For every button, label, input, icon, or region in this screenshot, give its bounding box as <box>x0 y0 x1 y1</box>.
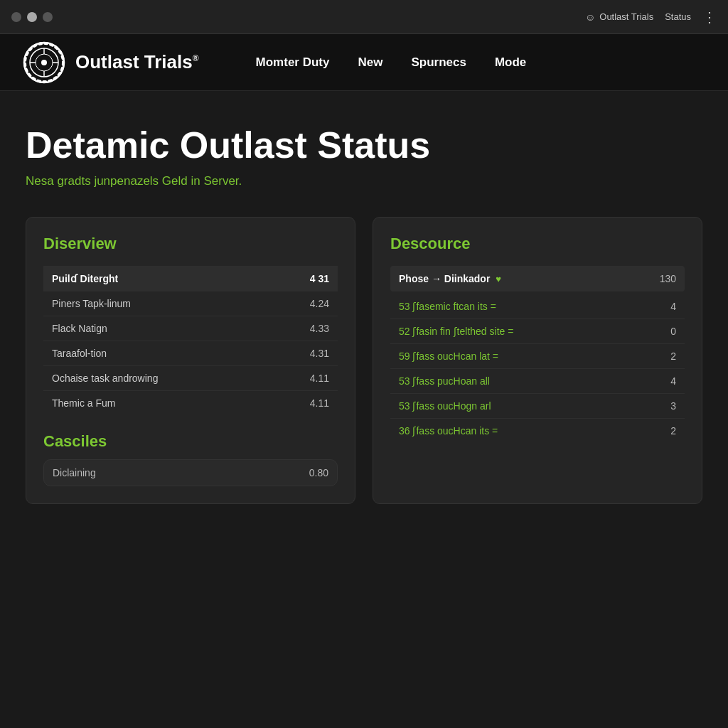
resource-row-text: 53 ʃfasemic ftcan its = <box>399 301 665 312</box>
row-value: 4.11 <box>271 391 338 416</box>
nav-links: Momter Duty New Spurnecs Mode <box>256 55 527 70</box>
resource-card: Descource Phose → Diinkador ♥ 130 53 ʃfa… <box>373 217 702 504</box>
traffic-light-maximize[interactable] <box>43 12 53 22</box>
table-row: Taraafol-tion 4.31 <box>43 341 338 366</box>
resource-row-text: 36 ʃfass oucHcan its = <box>399 425 665 437</box>
brand: Outlast Trials® <box>23 41 199 84</box>
overview-col2-header: 4 31 <box>271 266 338 291</box>
resource-header-icon: ♥ <box>496 274 501 284</box>
row-value: 4.31 <box>271 341 338 366</box>
resource-row-text: 53 ʃfass oucHogn arl <box>399 400 665 412</box>
resource-header-label: Phose → Diinkador <box>399 273 490 284</box>
resource-row: 59 ʃfass oucHcan lat = 2 <box>390 344 685 369</box>
casciles-table: Diclaining 0.80 <box>43 459 338 486</box>
dots-icon[interactable]: ⋮ <box>702 9 717 26</box>
resource-row-text: 53 ʃfass pucHoan all <box>399 375 665 387</box>
resource-row-val: 4 <box>670 375 676 387</box>
resource-row: 53 ʃfass oucHogn arl 3 <box>390 394 685 419</box>
table-row: Piners Tapk-linum 4.24 <box>43 291 338 316</box>
row-label: Taraafol-tion <box>43 341 271 366</box>
title-bar: ☺ Outlast Trials Status ⋮ <box>0 0 728 34</box>
resource-row: 53 ʃfasemic ftcan its = 4 <box>390 294 685 319</box>
row-value: 4.33 <box>271 316 338 341</box>
casciles-row: Diclaining 0.80 <box>44 460 337 486</box>
row-label: Ochaise task androwing <box>43 366 271 391</box>
overview-col1-header: Puilɗ Diterght <box>43 266 271 291</box>
traffic-light-close[interactable] <box>11 12 21 22</box>
traffic-lights <box>11 12 53 22</box>
row-value: 4.11 <box>271 366 338 391</box>
resource-card-title: Descource <box>390 235 685 253</box>
resource-header: Phose → Diinkador ♥ 130 <box>390 266 685 291</box>
resource-row-text: 52 ʃfasin fin ʃtelthed site = <box>399 326 665 337</box>
person-icon: ☺ <box>585 11 595 23</box>
title-bar-user: ☺ Outlast Trials <box>585 11 653 23</box>
resource-row: 53 ʃfass pucHoan all 4 <box>390 369 685 394</box>
cards-grid: Diserview Puilɗ Diterght 4 31 Piners Tap… <box>26 217 702 504</box>
traffic-light-minimize[interactable] <box>27 12 37 22</box>
nav-link-new[interactable]: New <box>358 55 382 70</box>
row-label: Piners Tapk-linum <box>43 291 271 316</box>
resource-row-val: 0 <box>670 326 676 337</box>
title-bar-right: ☺ Outlast Trials Status ⋮ <box>585 9 717 26</box>
row-label: Flack Natign <box>43 316 271 341</box>
resource-row-val: 2 <box>670 425 676 437</box>
table-row: Themic a Fum 4.11 <box>43 391 338 416</box>
nav-link-momter-duty[interactable]: Momter Duty <box>256 55 330 70</box>
row-value: 4.24 <box>271 291 338 316</box>
resource-row-val: 4 <box>670 301 676 312</box>
brand-logo <box>23 41 65 84</box>
resource-row-val: 2 <box>670 350 676 362</box>
overview-table: Puilɗ Diterght 4 31 Piners Tapk-linum 4.… <box>43 266 338 415</box>
casciles-section-label: Casciles <box>43 432 338 451</box>
page-subtitle: Nesa gradts junpenazels Geld in Server. <box>26 174 702 188</box>
casciles-value: 0.80 <box>309 467 328 478</box>
brand-name: Outlast Trials® <box>75 51 199 73</box>
resource-header-num: 130 <box>660 273 676 284</box>
resource-rows: 53 ʃfasemic ftcan its = 4 52 ʃfasin fin … <box>390 294 685 443</box>
table-row: Flack Natign 4.33 <box>43 316 338 341</box>
nav-link-mode[interactable]: Mode <box>495 55 526 70</box>
resource-row-text: 59 ʃfass oucHcan lat = <box>399 350 665 362</box>
title-bar-status: Status <box>665 11 691 22</box>
overview-card: Diserview Puilɗ Diterght 4 31 Piners Tap… <box>26 217 355 504</box>
navbar: Outlast Trials® Momter Duty New Spurnecs… <box>0 34 728 91</box>
title-bar-username: Outlast Trials <box>599 11 653 22</box>
main-content: Detamic Outlast Status Nesa gradts junpe… <box>0 91 728 538</box>
resource-row-val: 3 <box>670 400 676 412</box>
svg-point-8 <box>41 60 47 65</box>
table-row: Ochaise task androwing 4.11 <box>43 366 338 391</box>
resource-row: 52 ʃfasin fin ʃtelthed site = 0 <box>390 319 685 344</box>
nav-link-spurnecs[interactable]: Spurnecs <box>411 55 466 70</box>
resource-row: 36 ʃfass oucHcan its = 2 <box>390 419 685 443</box>
casciles-label: Diclaining <box>53 467 96 478</box>
page-title: Detamic Outlast Status <box>26 125 702 166</box>
overview-card-title: Diserview <box>43 235 338 253</box>
row-label: Themic a Fum <box>43 391 271 416</box>
